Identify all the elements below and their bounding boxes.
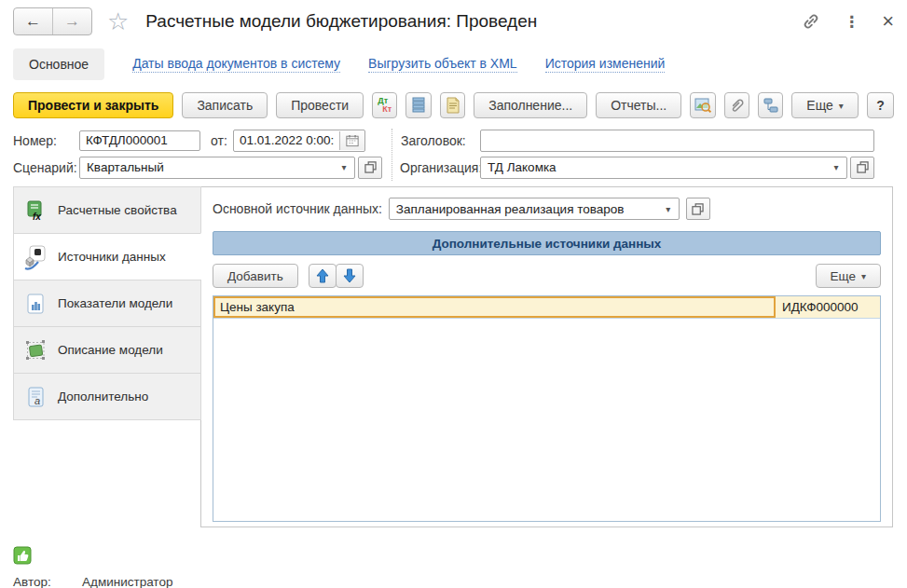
- link-export-xml[interactable]: Выгрузить объект в XML: [368, 56, 517, 73]
- sidebar-item-label: Описание модели: [58, 343, 163, 357]
- document-a-icon: a: [21, 383, 49, 411]
- open-in-list-icon: [857, 161, 869, 173]
- sidebar-item-model-indicators[interactable]: Показатели модели: [13, 280, 201, 327]
- posted-thumb-icon: [13, 553, 32, 567]
- post-button[interactable]: Провести: [276, 92, 364, 118]
- link-change-history[interactable]: История изменений: [545, 56, 666, 73]
- number-field[interactable]: [79, 130, 200, 151]
- fx-book-icon: fx: [21, 197, 49, 225]
- sidebar-item-model-description[interactable]: Описание модели: [13, 326, 201, 374]
- toolbar: Провести и закрыть Записать Провести ДтК…: [0, 86, 907, 125]
- paperclip-icon: [728, 97, 745, 114]
- sidebar-item-data-sources[interactable]: Источники данных: [13, 233, 201, 280]
- favorite-star-icon[interactable]: ☆: [107, 9, 129, 34]
- number-label: Номер:: [13, 133, 79, 148]
- chevron-down-icon[interactable]: ▾: [658, 204, 679, 214]
- sidebar-item-label: Дополнительно: [58, 390, 148, 403]
- write-button[interactable]: Записать: [182, 92, 268, 118]
- chevron-down-icon[interactable]: ▾: [826, 162, 846, 172]
- sidebar-item-calc-properties[interactable]: fx Расчетные свойства: [13, 186, 201, 234]
- header-fields: Номер: от: Заголовок: Сценарий: Кварталь…: [0, 125, 907, 185]
- calendar-icon: [346, 134, 359, 147]
- date-label: от:: [211, 133, 233, 148]
- header-title-label: Заголовок:: [401, 133, 475, 148]
- get-link-icon[interactable]: [801, 11, 821, 32]
- register-records-button[interactable]: [405, 92, 431, 118]
- subordination-structure-icon: [763, 97, 779, 114]
- reports-button[interactable]: Отчеты...: [596, 92, 681, 118]
- forward-arrow-icon: →: [64, 12, 80, 31]
- more-menu-icon[interactable]: ⋮: [844, 12, 859, 32]
- attachments-button[interactable]: [724, 92, 749, 118]
- source-code-cell[interactable]: ИДКФ000000: [776, 296, 880, 318]
- source-name-cell[interactable]: Цены закупа: [213, 296, 776, 318]
- related-reports-button[interactable]: [690, 92, 715, 118]
- shape-selection-icon: [21, 336, 49, 364]
- main-source-combo[interactable]: Запланированная реализация товаров ▾: [389, 198, 680, 220]
- arrow-up-icon: [316, 268, 329, 283]
- chevron-down-icon[interactable]: ▾: [334, 162, 354, 172]
- main-source-open-button[interactable]: [686, 198, 710, 220]
- dt-kt-icon: ДтКт: [378, 97, 392, 114]
- add-button[interactable]: Добавить: [213, 264, 298, 288]
- data-sources-panel: Основной источник данных: Запланированна…: [200, 186, 893, 527]
- register-stack-icon: [411, 97, 426, 114]
- help-button[interactable]: ?: [867, 92, 894, 118]
- sidebar-item-label: Расчетные свойства: [58, 203, 177, 217]
- data-source-icon: [21, 243, 49, 271]
- footer: Автор: Администратор: [0, 546, 907, 588]
- history-nav-group: ← →: [13, 7, 92, 35]
- close-icon[interactable]: ×: [882, 11, 894, 32]
- main-area: fx Расчетные свойства Источники данных: [0, 186, 907, 527]
- link-entry-dates[interactable]: Даты ввода документов в систему: [132, 56, 340, 73]
- main-source-label: Основной источник данных:: [213, 201, 382, 216]
- tab-main[interactable]: Основное: [13, 48, 104, 80]
- yellow-document-icon: [446, 97, 460, 114]
- fill-button[interactable]: Заполнение...: [474, 92, 587, 118]
- back-button[interactable]: ←: [14, 8, 52, 34]
- svg-text:a: a: [34, 395, 40, 406]
- toolbar-more-button[interactable]: Еще▾: [791, 92, 859, 118]
- move-up-button[interactable]: [309, 264, 337, 288]
- dt-kt-postings-button[interactable]: ДтКт: [372, 92, 397, 118]
- structure-button[interactable]: [758, 92, 783, 118]
- additional-sources-table[interactable]: Цены закупа ИДКФ000000: [213, 295, 881, 522]
- calendar-button[interactable]: [339, 131, 364, 150]
- title-bar: ← → ☆ Расчетные модели бюджетирования: П…: [0, 0, 907, 43]
- sidebar-item-label: Показатели модели: [58, 296, 172, 310]
- organization-open-button[interactable]: [850, 157, 874, 179]
- author-label: Автор:: [13, 575, 82, 588]
- table-more-button[interactable]: Еще▾: [816, 264, 882, 288]
- header-title-field[interactable]: [480, 130, 874, 152]
- chevron-down-icon: ▾: [839, 101, 844, 111]
- sidebar: fx Расчетные свойства Источники данных: [13, 186, 201, 527]
- table-row[interactable]: Цены закупа ИДКФ000000: [213, 296, 880, 319]
- arrow-down-icon: [343, 268, 356, 283]
- date-field[interactable]: [234, 131, 339, 150]
- scenario-label: Сценарий:: [13, 160, 79, 175]
- chevron-down-icon: ▾: [861, 271, 866, 281]
- nav-tabs-row: Основное Даты ввода документов в систему…: [0, 43, 907, 86]
- picture-search-icon: [694, 97, 711, 114]
- open-in-list-icon: [692, 203, 704, 215]
- page-title: Расчетные модели бюджетирования: Проведе…: [145, 11, 537, 32]
- date-field-group: [233, 130, 365, 152]
- post-and-close-button[interactable]: Провести и закрыть: [13, 92, 173, 118]
- forward-button[interactable]: →: [52, 8, 91, 34]
- organization-label: Организация:: [400, 160, 480, 175]
- svg-text:fx: fx: [33, 212, 41, 222]
- move-down-button[interactable]: [336, 264, 364, 288]
- additional-sources-header[interactable]: Дополнительные источники данных: [213, 231, 881, 255]
- author-value: Администратор: [82, 575, 172, 588]
- scenario-open-button[interactable]: [358, 157, 382, 179]
- organization-combo[interactable]: ТД Лакомка ▾: [480, 157, 847, 179]
- back-arrow-icon: ←: [25, 12, 41, 31]
- chart-document-icon: [21, 290, 49, 318]
- table-toolbar: Добавить Еще▾: [213, 264, 881, 288]
- open-in-list-icon: [364, 161, 377, 173]
- document-journal-button[interactable]: [440, 92, 465, 118]
- scenario-combo[interactable]: Квартальный ▾: [79, 157, 355, 179]
- sidebar-item-label: Источники данных: [58, 250, 166, 264]
- fields-separator: [392, 129, 392, 181]
- sidebar-item-additional[interactable]: a Дополнительно: [13, 373, 201, 420]
